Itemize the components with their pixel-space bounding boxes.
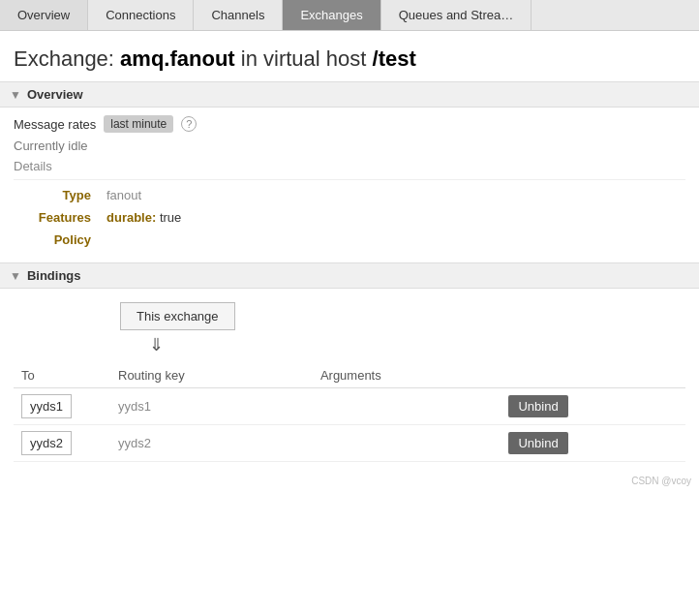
exchange-name: amq.fanout xyxy=(120,46,235,71)
bindings-arrow-down: ⇓ xyxy=(149,334,685,355)
message-rates-label: Message rates xyxy=(14,117,96,132)
col-arguments: Arguments xyxy=(313,363,501,388)
bindings-table: To Routing key Arguments yyds1 yyds1 Unb… xyxy=(14,363,685,462)
features-row: Features durable: true xyxy=(14,206,685,229)
idle-status: Currently idle xyxy=(14,139,685,153)
overview-section-header[interactable]: ▼ Overview xyxy=(0,81,699,108)
arguments-cell-1 xyxy=(313,388,501,425)
nav-tabs: Overview Connections Channels Exchanges … xyxy=(0,0,699,31)
tab-connections[interactable]: Connections xyxy=(88,0,194,30)
bindings-section-header[interactable]: ▼ Bindings xyxy=(0,262,699,289)
tab-exchanges[interactable]: Exchanges xyxy=(283,0,380,30)
unbind-cell-1: Unbind xyxy=(501,388,685,425)
policy-value xyxy=(101,229,685,251)
features-value: durable: true xyxy=(101,206,685,229)
overview-section-label: Overview xyxy=(27,87,83,102)
last-minute-badge[interactable]: last minute xyxy=(104,115,173,133)
unbind-cell-2: Unbind xyxy=(501,425,685,462)
unbind-button-2[interactable]: Unbind xyxy=(508,432,567,454)
tab-queues[interactable]: Queues and Strea… xyxy=(381,0,532,30)
type-label: Type xyxy=(14,184,101,206)
col-action xyxy=(501,363,685,388)
unbind-button-1[interactable]: Unbind xyxy=(508,395,567,417)
tab-channels[interactable]: Channels xyxy=(194,0,283,30)
this-exchange-button[interactable]: This exchange xyxy=(120,302,235,330)
bindings-section-label: Bindings xyxy=(27,268,81,283)
bindings-table-body: yyds1 yyds1 Unbind yyds2 yyds2 Unbind xyxy=(14,388,685,462)
arguments-cell-2 xyxy=(313,425,501,462)
routing-key-1: yyds1 xyxy=(110,388,313,425)
type-row: Type fanout xyxy=(14,184,685,206)
col-routing-key: Routing key xyxy=(110,363,313,388)
policy-row: Policy xyxy=(14,229,685,251)
overview-section-content: Message rates last minute ? Currently id… xyxy=(0,108,699,262)
bindings-table-header: To Routing key Arguments xyxy=(14,363,685,388)
bindings-section-content: This exchange ⇓ To Routing key Arguments… xyxy=(0,289,699,472)
title-prefix: Exchange: xyxy=(14,46,114,71)
tab-overview[interactable]: Overview xyxy=(0,0,88,30)
queue-cell-2: yyds2 xyxy=(14,425,110,462)
table-row: yyds1 yyds1 Unbind xyxy=(14,388,685,425)
policy-label: Policy xyxy=(14,229,101,251)
message-rates-row: Message rates last minute ? xyxy=(14,115,685,133)
page-title: Exchange: amq.fanout in virtual host /te… xyxy=(0,31,699,81)
queue-cell-1: yyds1 xyxy=(14,388,110,425)
vhost-name: /test xyxy=(373,46,416,71)
features-label: Features xyxy=(14,206,101,229)
col-to: To xyxy=(14,363,110,388)
type-value: fanout xyxy=(101,184,685,206)
table-row: yyds2 yyds2 Unbind xyxy=(14,425,685,462)
title-middle: in virtual host xyxy=(241,46,373,71)
details-table: Type fanout Features durable: true Polic… xyxy=(14,184,685,251)
overview-arrow-icon: ▼ xyxy=(10,88,21,102)
details-label: Details xyxy=(14,159,685,173)
watermark: CSDN @vcoy xyxy=(0,472,699,490)
this-exchange-button-wrapper: This exchange xyxy=(14,302,685,334)
queue-box-2: yyds2 xyxy=(21,431,72,455)
details-divider xyxy=(14,179,685,180)
queue-box-1: yyds1 xyxy=(21,394,72,418)
routing-key-2: yyds2 xyxy=(110,425,313,462)
bindings-arrow-icon: ▼ xyxy=(10,269,21,283)
help-icon[interactable]: ? xyxy=(181,116,197,132)
